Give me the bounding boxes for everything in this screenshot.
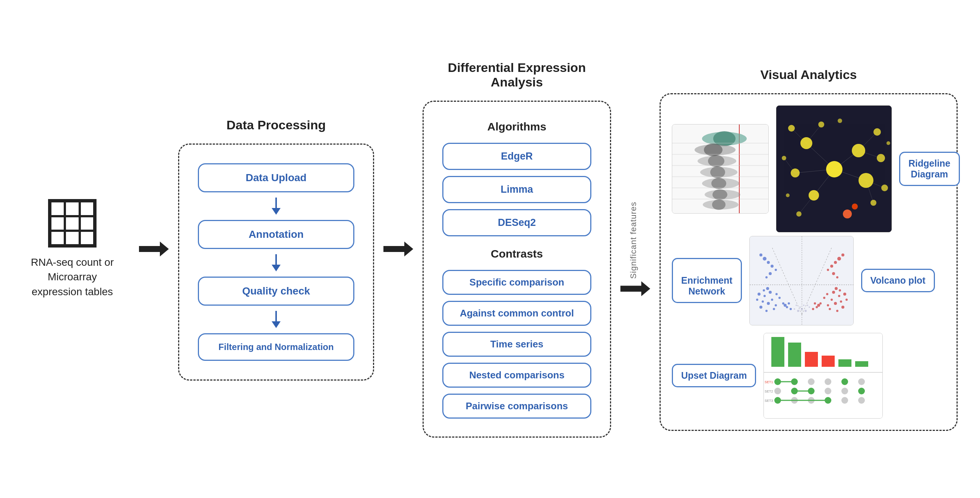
time-series-box[interactable]: Time series: [442, 332, 591, 357]
svg-point-76: [771, 265, 773, 267]
grid-cell: [80, 216, 94, 231]
svg-point-41: [791, 169, 800, 177]
upset-label[interactable]: Upset Diagram: [672, 364, 756, 387]
svg-point-58: [771, 299, 773, 301]
svg-point-109: [836, 276, 838, 278]
svg-point-9: [710, 166, 725, 178]
svg-point-51: [852, 204, 858, 210]
svg-point-96: [826, 293, 828, 295]
svg-point-73: [789, 308, 792, 310]
svg-point-60: [775, 304, 777, 306]
processing-section: Data Processing Data Upload Annotation Q…: [178, 118, 374, 380]
enrichment-label[interactable]: Enrichment Network: [672, 258, 742, 303]
arrow-shaft: [275, 197, 277, 208]
arrow-thick-icon: [139, 242, 169, 256]
volcano-svg: [750, 236, 854, 325]
svg-rect-55: [750, 236, 854, 325]
arrow-shaft: [275, 311, 277, 321]
ridgeline-label[interactable]: Ridgeline Diagram: [899, 152, 960, 186]
svg-point-103: [830, 265, 833, 267]
arrow-thick-icon: [620, 282, 650, 296]
svg-point-69: [775, 293, 778, 295]
svg-point-66: [773, 308, 775, 310]
svg-point-64: [778, 297, 781, 299]
common-control-box[interactable]: Against common control: [442, 301, 591, 326]
svg-point-112: [805, 310, 807, 312]
svg-point-100: [812, 308, 814, 310]
svg-point-99: [816, 306, 818, 308]
edger-box[interactable]: EdgeR: [442, 143, 591, 170]
svg-rect-128: [838, 360, 851, 367]
svg-point-15: [712, 199, 725, 210]
svg-point-62: [769, 291, 772, 294]
svg-point-45: [877, 154, 885, 162]
svg-point-13: [713, 189, 727, 200]
svg-point-85: [830, 299, 833, 301]
upset-svg: SET1 SET2 SET3: [764, 333, 883, 418]
svg-rect-126: [805, 352, 818, 367]
grid-cell: [80, 201, 94, 216]
svg-point-82: [765, 276, 768, 278]
data-processing-title: Data Processing: [178, 118, 374, 132]
svg-point-98: [819, 302, 822, 304]
step-quality-check[interactable]: Quality check: [198, 277, 354, 305]
network-svg: [776, 106, 892, 232]
volcano-label[interactable]: Volcano plot: [861, 269, 935, 292]
down-arrow-2: [272, 254, 281, 271]
svg-point-117: [795, 304, 797, 306]
svg-point-86: [842, 305, 844, 309]
svg-point-133: [808, 378, 815, 385]
svg-point-36: [826, 161, 843, 177]
svg-point-72: [786, 306, 788, 308]
svg-point-11: [711, 178, 726, 189]
input-section: RNA-seq count or Microarray expression t…: [22, 199, 122, 299]
svg-point-106: [842, 253, 844, 256]
grid-cell: [50, 201, 65, 216]
visual-inner: Ridgeline Diagram Enrichment Network: [672, 105, 945, 418]
specific-comparison-box[interactable]: Specific comparison: [442, 270, 591, 295]
svg-point-142: [858, 388, 865, 395]
nested-comparisons-box[interactable]: Nested comparisons: [442, 363, 591, 388]
step-annotation[interactable]: Annotation: [198, 220, 354, 249]
svg-point-136: [858, 378, 865, 385]
svg-point-3: [713, 131, 735, 146]
svg-point-90: [840, 301, 842, 303]
ridgeline-label-col: Ridgeline Diagram: [899, 152, 960, 186]
svg-point-95: [839, 289, 841, 291]
svg-point-84: [838, 295, 840, 297]
svg-point-110: [797, 310, 799, 312]
svg-point-37: [800, 137, 812, 149]
svg-point-44: [873, 128, 881, 136]
sig-feat-container: Significant features: [611, 202, 660, 296]
ridgeline-svg: [672, 124, 769, 213]
svg-point-47: [870, 200, 877, 206]
svg-point-140: [825, 388, 831, 395]
step-filtering[interactable]: Filtering and Normalization: [198, 333, 354, 361]
svg-point-61: [765, 310, 768, 312]
svg-point-57: [764, 295, 766, 297]
svg-point-42: [788, 125, 795, 132]
svg-text:SET1: SET1: [765, 380, 773, 384]
arrow-sig-wrapper: Significant features: [611, 202, 660, 296]
visual-box: Ridgeline Diagram Enrichment Network: [660, 93, 958, 431]
svg-point-78: [763, 257, 767, 261]
svg-text:SET2: SET2: [765, 390, 773, 393]
grid-cell: [50, 231, 65, 245]
grid-cell: [80, 231, 94, 245]
svg-point-71: [782, 302, 784, 304]
svg-point-101: [817, 304, 820, 307]
step-data-upload[interactable]: Data Upload: [198, 163, 354, 193]
limma-box[interactable]: Limma: [442, 176, 591, 203]
svg-point-87: [827, 304, 829, 306]
pairwise-comparisons-box[interactable]: Pairwise comparisons: [442, 394, 591, 418]
svg-rect-124: [771, 337, 784, 367]
deseq2-box[interactable]: DESeq2: [442, 209, 591, 236]
svg-point-59: [759, 305, 762, 309]
svg-point-94: [835, 287, 838, 290]
svg-point-65: [757, 293, 760, 296]
sig-features-label: Significant features: [628, 202, 638, 279]
svg-point-38: [852, 144, 865, 157]
upset-label-col: Upset Diagram: [672, 364, 756, 387]
svg-point-43: [818, 121, 824, 127]
grid-cell: [65, 201, 80, 216]
